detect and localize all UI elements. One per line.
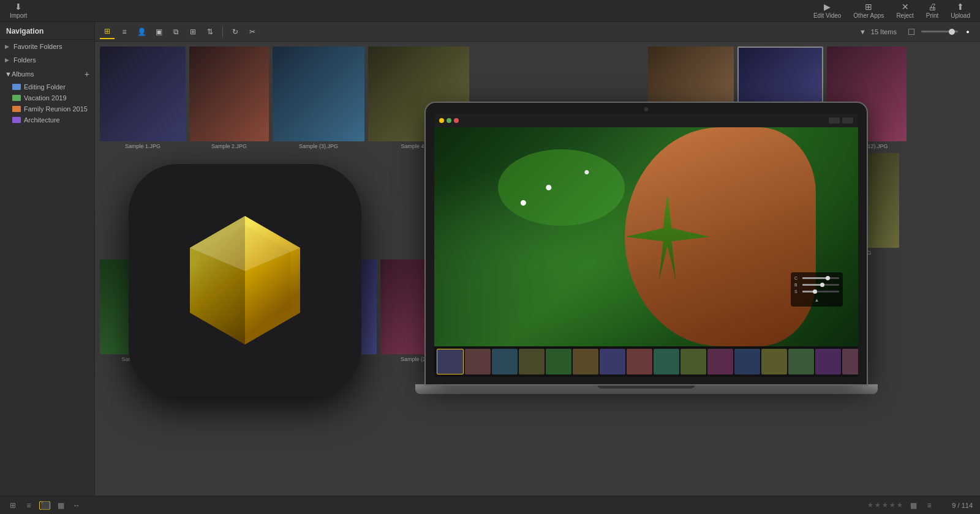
photo-thumb-18[interactable] <box>380 259 463 354</box>
sidebar-albums-header[interactable]: ▼ Albums + <box>0 67 94 81</box>
star-3[interactable]: ★ <box>882 501 888 509</box>
photo-thumb-16[interactable] <box>189 259 278 354</box>
bottom-icon-1[interactable]: ⊞ <box>7 501 18 510</box>
star-4[interactable]: ★ <box>889 501 895 509</box>
filmstrip-thumb-16[interactable] <box>842 349 858 374</box>
sidebar-item-folders[interactable]: ▶ Folders <box>0 53 94 67</box>
photo-label-12: Sample (19).JPG <box>644 250 686 256</box>
edit-video-button[interactable]: ▶ Edit Video <box>813 2 841 19</box>
photo-item-2[interactable]: Sample 2.JPG <box>189 47 269 149</box>
reject-button[interactable]: ✕ Reject <box>896 2 913 19</box>
bottom-icon-2[interactable]: ≡ <box>23 501 34 510</box>
photo-thumb-3[interactable] <box>273 47 364 141</box>
filmstrip-thumb-10[interactable] <box>680 349 706 374</box>
photo-item-3[interactable]: Sample (3).JPG <box>273 47 364 149</box>
photo-item-12[interactable]: Sample (19).JPG <box>622 153 708 256</box>
view-mode-icon-1[interactable]: ▦ <box>908 501 919 510</box>
filmstrip-thumb-5[interactable] <box>546 349 571 374</box>
photo-thumb-8[interactable] <box>827 47 907 141</box>
sidebar-item-favorite-folders[interactable]: ▶ Favorite Folders <box>0 40 94 53</box>
photo-thumb-15[interactable] <box>100 259 186 354</box>
star-2[interactable]: ★ <box>875 501 881 509</box>
photo-item-10[interactable]: Sample (17).JPG <box>447 153 529 256</box>
filmstrip-thumb-9[interactable] <box>654 349 679 374</box>
upload-button[interactable]: ⬆ Upload <box>951 2 970 19</box>
photo-thumb-14[interactable] <box>801 153 899 248</box>
bottom-icon-4[interactable]: ▦ <box>55 501 66 510</box>
photo-thumb-17[interactable] <box>282 259 377 354</box>
filmstrip-thumb-2[interactable] <box>465 349 491 374</box>
filmstrip-thumb-15[interactable] <box>815 349 841 374</box>
sidebar-item-vacation-2019[interactable]: Vacation 2019 <box>0 92 94 103</box>
bottom-icon-3[interactable]: ⬛ <box>39 501 50 510</box>
filmstrip-thumb-14[interactable] <box>788 349 814 374</box>
photo-thumb-4[interactable] <box>368 47 469 141</box>
rotate-button[interactable]: ↻ <box>228 24 243 39</box>
sidebar-header: Navigation <box>0 22 94 40</box>
grid-view-button[interactable]: ⊞ <box>100 24 115 39</box>
photo-item-13[interactable]: Sample (20).JPG <box>712 153 797 256</box>
star-5[interactable]: ★ <box>897 501 903 509</box>
filmstrip-thumb-13[interactable] <box>761 349 787 374</box>
photo-label-3: Sample (3).JPG <box>299 143 338 149</box>
photo-thumb-1[interactable] <box>100 47 186 141</box>
import-button[interactable]: ⬇ Import <box>10 2 27 19</box>
photo-item-17[interactable]: Sample (24).JPG <box>282 259 377 362</box>
zoom-slider-thumb[interactable] <box>949 29 955 35</box>
photo-item-6[interactable]: Sample (8).JPG <box>648 47 734 149</box>
filmstrip-thumb-6[interactable] <box>573 349 598 374</box>
top-bar-left: ⬇ Import <box>10 2 27 19</box>
bottom-icon-5[interactable]: ↔ <box>71 501 82 510</box>
filmstrip-thumb-8[interactable] <box>627 349 652 374</box>
album-icon-2 <box>12 95 21 101</box>
sort-button[interactable]: ⇅ <box>203 24 217 39</box>
photo-thumb-12[interactable] <box>622 153 708 248</box>
photo-label-16: Sample (23).JPG <box>213 356 255 362</box>
compare-view-button[interactable]: ⧉ <box>168 24 183 39</box>
crop-button[interactable]: ✂ <box>245 24 260 39</box>
filmstrip-thumb-12[interactable] <box>734 349 760 374</box>
sidebar-item-editing-folder[interactable]: Editing Folder <box>0 81 94 92</box>
zoom-out-button[interactable]: □ <box>904 24 919 39</box>
other-apps-button[interactable]: ⊞ Other Apps <box>853 2 884 19</box>
photo-item-8[interactable]: Sample (12).JPG <box>827 47 907 149</box>
photo-item-16[interactable]: Sample (23).JPG <box>189 259 278 362</box>
people-view-button[interactable]: 👤 <box>134 24 149 39</box>
photo-item-14[interactable]: Sample (21).JPG <box>801 153 899 256</box>
photo-item-15[interactable]: Sample (22).JPG <box>100 259 186 362</box>
sidebar-item-family-reunion[interactable]: Family Reunion 2015 <box>0 103 94 114</box>
add-album-button[interactable]: + <box>85 70 89 78</box>
print-button[interactable]: 🖨 Print <box>926 2 939 19</box>
filmstrip-thumb-4[interactable] <box>519 349 545 374</box>
zoom-slider[interactable] <box>921 31 958 32</box>
multi-view-button[interactable]: ⊞ <box>186 24 200 39</box>
album-icon-3 <box>12 106 21 112</box>
photo-thumb-6[interactable] <box>648 47 734 141</box>
photo-thumb-7[interactable] <box>737 47 823 141</box>
filmstrip-thumb-11[interactable] <box>707 349 733 374</box>
photo-item-11[interactable]: Sample (18).JPG <box>533 153 619 256</box>
chevron-right-icon: ▶ <box>5 43 11 50</box>
folders-section: ▶ Folders <box>0 53 94 67</box>
star-1[interactable]: ★ <box>867 501 873 509</box>
view-mode-icon-2[interactable]: ≡ <box>924 501 935 510</box>
favorite-folders-section: ▶ Favorite Folders <box>0 40 94 53</box>
photo-item-1[interactable]: Sample 1.JPG <box>100 47 186 149</box>
photo-thumb-11[interactable] <box>533 153 619 248</box>
photo-thumb-10[interactable] <box>447 153 529 248</box>
list-view-button[interactable]: ≡ <box>117 24 132 39</box>
filmstrip-thumb-7[interactable] <box>600 349 625 374</box>
photo-label-6: Sample (8).JPG <box>671 143 710 149</box>
photo-item-18[interactable]: Sample (25).JPG <box>380 259 463 362</box>
photo-item-7[interactable]: Sample 7.JPG <box>737 47 823 149</box>
zoom-in-button[interactable]: ● <box>960 24 975 39</box>
photo-thumb-2[interactable] <box>189 47 269 141</box>
photo-label-8: Sample (12).JPG <box>845 143 888 149</box>
sidebar-item-architecture[interactable]: Architecture <box>0 114 94 125</box>
star-rating[interactable]: ★ ★ ★ ★ ★ <box>867 501 903 509</box>
filmstrip-thumb-3[interactable] <box>492 349 518 374</box>
square-view-button[interactable]: ▣ <box>151 24 166 39</box>
photo-thumb-13[interactable] <box>712 153 797 248</box>
zoom-control[interactable]: □ ● <box>904 24 975 39</box>
photo-item-4[interactable]: Sample 4.JPG <box>368 47 469 149</box>
